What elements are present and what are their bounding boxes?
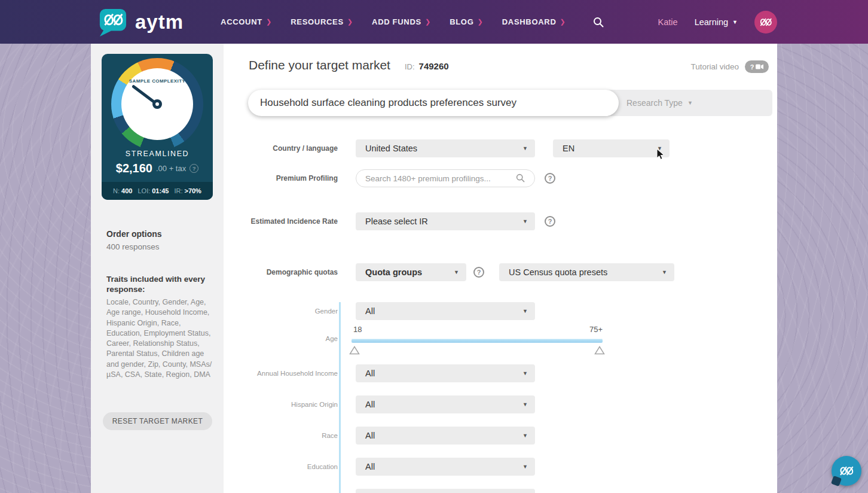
nav-item-account[interactable]: ACCOUNT ❯: [221, 17, 271, 26]
aytm-logo[interactable]: aytm: [97, 8, 184, 36]
stat-loi: LOI: 01:45: [137, 187, 169, 194]
sample-complexity-card: SAMPLE COMPLEXITY STREAMLINED $2,160 .00…: [102, 54, 213, 200]
incidence-rate-row: Estimated Incidence Rate Please select I…: [224, 212, 777, 230]
search-icon[interactable]: [516, 174, 525, 185]
education-label: Education: [236, 458, 338, 476]
price-help-icon[interactable]: ?: [190, 164, 198, 173]
nav-item-blog[interactable]: BLOG ❯: [450, 17, 483, 26]
sample-complexity-gauge: SAMPLE COMPLEXITY: [111, 58, 203, 150]
chevron-down-icon: ▼: [657, 145, 662, 151]
aytm-glyphs-icon: [838, 463, 855, 479]
race-row: Race All ▼: [224, 427, 777, 445]
gauge-hub: [152, 99, 162, 109]
traits-title: Traits included with every response:: [106, 275, 209, 295]
language-select[interactable]: EN ▼: [553, 139, 670, 157]
nav-item-add-funds[interactable]: ADD FUNDS ❯: [372, 17, 430, 26]
gender-row: Gender All ▼: [224, 302, 777, 320]
incidence-rate-select[interactable]: Please select IR ▼: [356, 212, 535, 230]
country-language-row: Country / language United States ▼ EN ▼: [224, 139, 777, 157]
age-label: Age: [236, 334, 338, 343]
income-select[interactable]: All ▼: [356, 364, 535, 382]
quotas-help-icon[interactable]: ?: [473, 267, 484, 278]
age-range-slider: 18 75+: [352, 325, 603, 349]
account-avatar[interactable]: [754, 11, 777, 34]
nav-item-resources[interactable]: RESOURCES ❯: [291, 17, 353, 26]
quota-groups-select[interactable]: Quota groups ▼: [356, 263, 466, 281]
order-options-title: Order options: [106, 229, 162, 239]
demographic-quotas-label: Demographic quotas: [236, 263, 338, 281]
premium-profiling-row: Premium Profiling ?: [224, 169, 777, 187]
premium-profiling-search-input[interactable]: [356, 169, 535, 187]
next-quota-row-partial: [224, 489, 777, 493]
age-slider-max-handle[interactable]: [594, 346, 605, 357]
traits-text: Locale, Country, Gender, Age, Age range,…: [106, 297, 214, 380]
census-presets-select[interactable]: US Census quota presets ▼: [499, 263, 674, 281]
age-max-value: 75+: [589, 325, 603, 334]
chevron-down-icon: ▼: [454, 269, 459, 275]
race-label: Race: [236, 427, 338, 445]
chevron-right-icon: ❯: [477, 18, 482, 26]
top-navbar: aytm ACCOUNT ❯ RESOURCES ❯ ADD FUNDS ❯ B…: [0, 0, 868, 44]
age-slider-track[interactable]: [352, 339, 603, 343]
premium-profiling-label: Premium Profiling: [236, 169, 338, 187]
search-icon[interactable]: [593, 17, 604, 28]
race-select[interactable]: All ▼: [356, 427, 535, 445]
age-min-value: 18: [353, 325, 362, 334]
chevron-down-icon: ▼: [732, 19, 738, 25]
complexity-level-label: STREAMLINED: [102, 150, 213, 158]
price-suffix: .00 + tax: [156, 164, 186, 173]
aytm-bubble-icon: [97, 8, 127, 36]
gender-label: Gender: [236, 302, 338, 320]
gauge-title: SAMPLE COMPLEXITY: [121, 78, 193, 84]
user-name-link[interactable]: Katie: [658, 17, 678, 27]
age-slider-min-handle[interactable]: [349, 346, 360, 357]
country-select[interactable]: United States ▼: [356, 139, 535, 157]
page-background: aytm ACCOUNT ❯ RESOURCES ❯ ADD FUNDS ❯ B…: [0, 0, 868, 493]
chevron-right-icon: ❯: [266, 18, 271, 26]
country-language-label: Country / language: [236, 139, 338, 157]
sidebar: SAMPLE COMPLEXITY STREAMLINED $2,160 .00…: [91, 44, 224, 493]
education-row: Education All ▼: [224, 458, 777, 476]
survey-title-row: Research Type ▼: [248, 90, 772, 116]
learning-dropdown[interactable]: Learning ▼: [695, 17, 738, 27]
incidence-rate-label: Estimated Incidence Rate: [236, 212, 338, 230]
next-quota-select[interactable]: [356, 489, 535, 493]
hispanic-origin-label: Hispanic Origin: [236, 395, 338, 413]
hispanic-origin-row: Hispanic Origin All ▼: [224, 395, 777, 413]
chevron-down-icon: ▼: [522, 464, 528, 470]
chevron-down-icon: ▼: [662, 269, 667, 275]
education-select[interactable]: All ▼: [356, 458, 535, 476]
chevron-down-icon: ▼: [522, 218, 528, 224]
chevron-down-icon: ▼: [522, 145, 528, 151]
chevron-down-icon: ▼: [522, 308, 528, 314]
reset-target-market-button[interactable]: RESET TARGET MARKET: [103, 412, 212, 430]
hispanic-origin-select[interactable]: All ▼: [356, 395, 535, 413]
sample-stats-strip: N: 400 LOI: 01:45 IR: >70%: [102, 182, 213, 200]
survey-title-input[interactable]: [248, 90, 619, 116]
price-value: $2,160: [116, 162, 152, 175]
stat-n: N: 400: [113, 187, 132, 194]
survey-id-value: 749260: [419, 61, 449, 71]
chevron-down-icon: ▼: [522, 401, 528, 407]
nav-item-dashboard[interactable]: DASHBOARD ❯: [502, 17, 566, 26]
page-title: Define your target market: [249, 58, 390, 72]
price-row: $2,160 .00 + tax ?: [102, 162, 213, 175]
survey-id-label: ID:: [405, 62, 415, 71]
tutorial-video-link[interactable]: Tutorial video ?: [690, 60, 769, 73]
research-type-dropdown[interactable]: Research Type ▼: [626, 90, 693, 116]
incidence-rate-help-icon[interactable]: ?: [545, 216, 555, 227]
gender-select[interactable]: All ▼: [356, 302, 535, 320]
premium-help-icon[interactable]: ?: [545, 173, 555, 184]
age-row: Age 18 75+: [224, 325, 777, 349]
demographic-quotas-row: Demographic quotas Quota groups ▼ ? US C…: [224, 263, 777, 281]
aytm-glyphs-icon: [758, 16, 774, 29]
stat-ir: IR: >70%: [174, 187, 201, 194]
chevron-down-icon: ▼: [687, 100, 693, 106]
income-row: Annual Household Income All ▼: [224, 364, 777, 382]
chevron-down-icon: ▼: [522, 433, 528, 439]
page-header: Define your target market ID: 749260: [249, 58, 449, 72]
main-content: Define your target market ID: 749260 Tut…: [224, 44, 777, 493]
income-label: Annual Household Income: [236, 364, 338, 382]
chevron-right-icon: ❯: [347, 18, 353, 26]
chat-widget-button[interactable]: [832, 456, 861, 486]
